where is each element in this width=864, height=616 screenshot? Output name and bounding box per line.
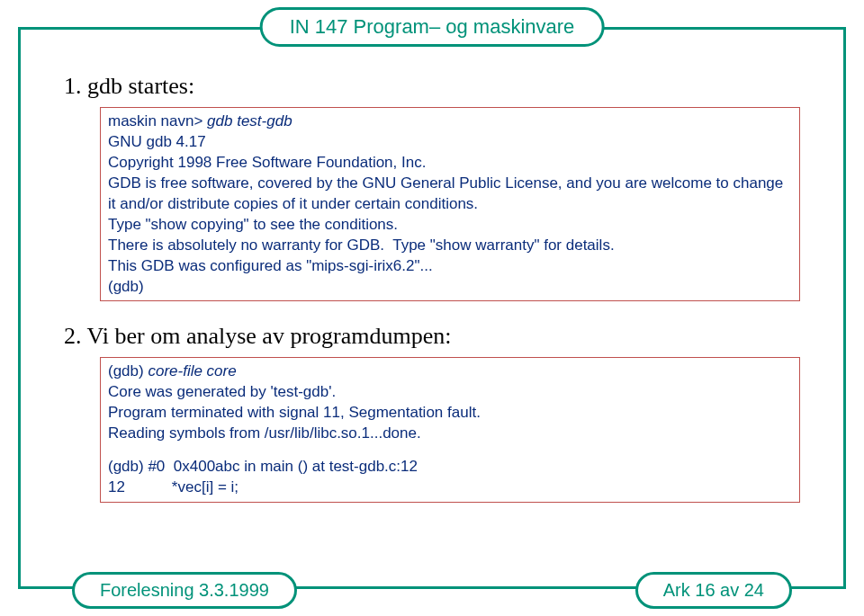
code-line: Type "show copying" to see the condition… <box>108 215 792 236</box>
output-text: (gdb) <box>108 362 148 379</box>
code-line: 12 *vec[i] = i; <box>108 478 792 498</box>
output-text: Copyright 1998 Free Software Foundation,… <box>108 154 426 171</box>
code-line: GDB is free software, covered by the GNU… <box>108 174 792 215</box>
outer-frame: 1. gdb startes: maskin navn> gdb test-gd… <box>18 27 846 589</box>
code-line: (gdb) core-file core <box>108 362 792 382</box>
code-line: Copyright 1998 Free Software Foundation,… <box>108 153 792 174</box>
footer-left-pill: Forelesning 3.3.1999 <box>72 572 297 609</box>
page-title-pill: IN 147 Program– og maskinvare <box>260 7 605 47</box>
footer-page-number: Ark 16 av 24 <box>663 580 764 600</box>
code-box-core-dump: (gdb) core-file coreCore was generated b… <box>100 357 800 503</box>
code-line: Core was generated by 'test-gdb'. <box>108 382 792 403</box>
code-line: maskin navn> gdb test-gdb <box>108 112 792 132</box>
code-line: This GDB was configured as "mips-sgi-iri… <box>108 256 792 277</box>
footer-lecture-date: Forelesning 3.3.1999 <box>100 580 269 600</box>
output-text: GNU gdb 4.17 <box>108 133 206 150</box>
output-text: Reading symbols from /usr/lib/libc.so.1.… <box>108 424 421 442</box>
section2-heading: 2. Vi ber om analyse av programdumpen: <box>64 323 800 350</box>
blank-line <box>108 444 792 457</box>
output-text: This GDB was configured as "mips-sgi-iri… <box>108 257 433 274</box>
code-line: Reading symbols from /usr/lib/libc.so.1.… <box>108 424 792 444</box>
footer-right-pill: Ark 16 av 24 <box>635 572 792 609</box>
code-line: GNU gdb 4.17 <box>108 132 792 153</box>
output-text: There is absolutely no warranty for GDB.… <box>108 237 615 254</box>
output-text: Core was generated by 'test-gdb'. <box>108 383 336 400</box>
code-box-gdb-start: maskin navn> gdb test-gdbGNU gdb 4.17Cop… <box>100 107 800 301</box>
output-text: Program terminated with signal 11, Segme… <box>108 404 481 421</box>
code-line: (gdb) <box>108 277 792 298</box>
code-line: (gdb) #0 0x400abc in main () at test-gdb… <box>108 457 792 478</box>
code-line: Program terminated with signal 11, Segme… <box>108 403 792 424</box>
user-input: core-file core <box>148 362 236 379</box>
output-text: 12 *vec[i] = i; <box>108 478 238 495</box>
output-text: (gdb) <box>108 278 144 295</box>
output-text: GDB is free software, covered by the GNU… <box>108 174 788 212</box>
code-line: There is absolutely no warranty for GDB.… <box>108 236 792 256</box>
page-title: IN 147 Program– og maskinvare <box>290 15 575 38</box>
output-text: maskin navn> <box>108 112 207 129</box>
content-area: 1. gdb startes: maskin navn> gdb test-gd… <box>21 30 843 542</box>
output-text: Type "show copying" to see the condition… <box>108 216 398 233</box>
user-input: gdb test-gdb <box>207 112 292 129</box>
output-text: (gdb) #0 0x400abc in main () at test-gdb… <box>108 458 418 475</box>
section1-heading: 1. gdb startes: <box>64 73 800 100</box>
